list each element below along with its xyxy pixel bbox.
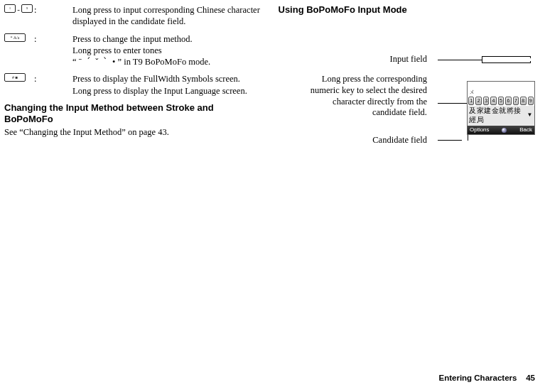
text-line: Long press to enter tones bbox=[72, 45, 261, 56]
label-candidate-field: Candidate field bbox=[328, 135, 427, 146]
phone-key: 5 bbox=[498, 97, 504, 105]
key-hash-icon: # ■ bbox=[4, 73, 26, 82]
label-input-field: Input field bbox=[342, 54, 427, 65]
phone-key: 6 bbox=[505, 97, 511, 105]
range-dash: - bbox=[17, 4, 20, 14]
key-entry-1-9: 1 - 9 : Long press to input correspondin… bbox=[4, 4, 261, 28]
colon: : bbox=[33, 74, 36, 84]
text-line: Press to display the FullWidth Symbols s… bbox=[72, 73, 261, 85]
phone-candidates: 及家建金就將接經局 bbox=[469, 107, 527, 124]
scroll-down-icon: ▼ bbox=[527, 111, 533, 119]
phone-input-area: ㄨ bbox=[467, 81, 535, 96]
phone-input-char: ㄨ bbox=[469, 89, 475, 96]
key-entry-text: Long press to input corresponding Chines… bbox=[72, 4, 261, 28]
leader-line bbox=[438, 140, 462, 141]
page-footer: Entering Characters 45 bbox=[438, 373, 535, 383]
colon: : bbox=[33, 5, 36, 15]
phone-key: 8 bbox=[520, 97, 526, 105]
key-entry-text: Press to display the FullWidth Symbols s… bbox=[72, 73, 261, 97]
key-9-icon: 9 bbox=[21, 4, 33, 13]
key-entry-star: * A/a : Press to change the input method… bbox=[4, 33, 261, 68]
phone-key: 1 bbox=[468, 97, 474, 105]
footer-page: 45 bbox=[526, 374, 535, 382]
key-entry-text: Press to change the input method. Long p… bbox=[72, 33, 261, 68]
phone-key: 9 bbox=[528, 97, 534, 105]
softkey-center-icon bbox=[502, 128, 507, 133]
colon: : bbox=[33, 34, 36, 44]
text-line: Press to change the input method. bbox=[72, 33, 261, 45]
phone-key: 7 bbox=[513, 97, 519, 105]
see-reference: See “Changing the Input Method” on page … bbox=[4, 126, 261, 138]
bracket-line bbox=[482, 62, 530, 63]
phone-key: 2 bbox=[475, 97, 481, 105]
bracket-line bbox=[482, 56, 530, 57]
key-1-icon: 1 bbox=[4, 4, 16, 13]
text-line: Long press to display the Input Language… bbox=[72, 85, 261, 97]
key-entry-hash: # ■ : Press to display the FullWidth Sym… bbox=[4, 73, 261, 97]
phone-number-row: 1 2 3 4 5 6 7 8 9 bbox=[467, 96, 535, 106]
label-long-press: Long press the corresponding numeric key… bbox=[306, 74, 427, 119]
phone-key: 4 bbox=[490, 97, 496, 105]
leader-line bbox=[438, 60, 482, 60]
heading-change-input-method: Changing the Input Method between Stroke… bbox=[4, 102, 261, 126]
phone-screen: ㄨ 1 2 3 4 5 6 7 8 9 及家建金就將接經局 ▼ bbox=[467, 81, 535, 135]
bracket-line bbox=[530, 56, 531, 58]
key-star-icon: * A/a bbox=[4, 33, 26, 42]
phone-candidate-row: 及家建金就將接經局 ▼ bbox=[467, 106, 535, 126]
key-combo: 1 - 9 bbox=[4, 4, 33, 28]
bracket-line bbox=[530, 61, 531, 63]
leader-line bbox=[438, 103, 468, 104]
footer-section: Entering Characters bbox=[438, 374, 517, 382]
softkey-left: Options bbox=[470, 126, 490, 134]
phone-key: 3 bbox=[483, 97, 489, 105]
softkey-right: Back bbox=[519, 126, 532, 134]
text-line: “ ˉ ˊ ˇ ˋ • ” in T9 BoPoMoFo mode. bbox=[72, 56, 261, 67]
heading-using-bopomofo: Using BoPoMoFo Input Mode bbox=[279, 4, 536, 16]
key-hash-wrap: # ■ bbox=[4, 73, 33, 97]
key-star-wrap: * A/a bbox=[4, 33, 33, 68]
bracket-line bbox=[482, 56, 482, 63]
phone-softkey-bar: Options Back bbox=[467, 126, 535, 135]
diagram: Input field Long press the corresponding… bbox=[279, 44, 536, 165]
